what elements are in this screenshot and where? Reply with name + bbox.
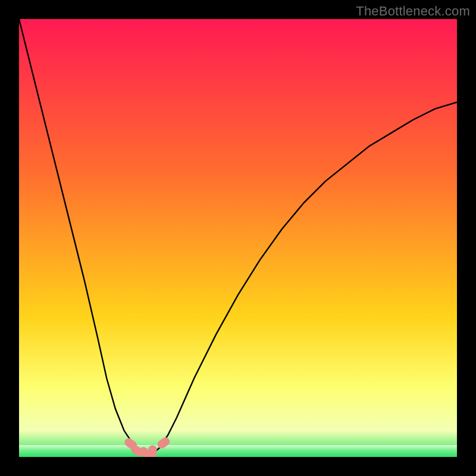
green-band — [19, 445, 457, 457]
bottleneck-curve — [19, 19, 457, 453]
watermark-text: TheBottleneck.com — [356, 4, 470, 19]
plot-area — [19, 19, 457, 457]
outer-frame: TheBottleneck.com — [0, 0, 476, 476]
marker-dot — [149, 445, 157, 457]
curve-layer — [19, 19, 457, 457]
